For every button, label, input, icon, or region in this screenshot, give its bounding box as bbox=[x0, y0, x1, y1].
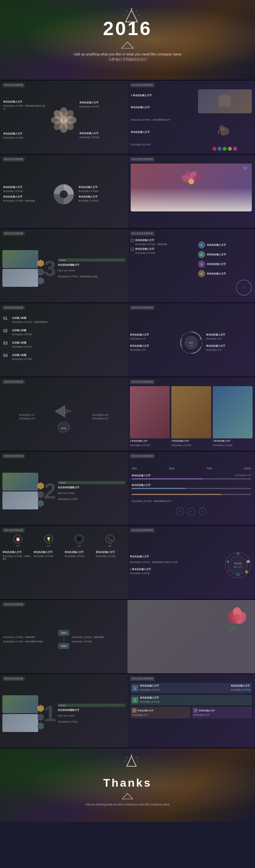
svg-marker-42 bbox=[37, 491, 44, 498]
list-item-2: 单击此处输入文字 bbox=[131, 106, 196, 109]
pie-title-2: 单击此处输入文字 bbox=[3, 195, 49, 199]
slide-label-10: 请点击此处添加标题 bbox=[130, 380, 155, 384]
slide-label-9: 请在此处添加标题 bbox=[2, 380, 25, 384]
svg-point-60 bbox=[229, 626, 237, 632]
slide-label-18: 请点击此处添加标题 bbox=[130, 677, 155, 681]
svg-text:🌐: 🌐 bbox=[236, 572, 240, 576]
svg-point-3 bbox=[138, 15, 139, 16]
svg-text:⚙: ⚙ bbox=[226, 560, 229, 564]
slide-numlist: 请在此处添加标题 01 点击输入标题 单击此处输入文字内容，请根据需要修改 02… bbox=[0, 303, 128, 377]
slide-label-7: 请在此处添加标题 bbox=[2, 306, 25, 310]
list-title: 1.单击此处输入文字 bbox=[131, 94, 196, 97]
svg-text:💬: 💬 bbox=[246, 560, 250, 564]
pie-text-1: 单击此处输入文字内容 bbox=[3, 190, 49, 193]
checkbox-1: ✓ bbox=[131, 239, 134, 242]
slide-label-11: 请在此处添加标题 bbox=[2, 454, 25, 458]
slide-label-3: 请在此处添加标题 bbox=[2, 157, 25, 162]
svg-marker-32 bbox=[37, 268, 44, 276]
slide-icons: 请在此处添加标题 ⏰ 时钟 💡 灯泡 ⚙ 设置 bbox=[0, 526, 128, 599]
thanks-title: Thanks bbox=[103, 777, 152, 789]
svg-text:✉: ✉ bbox=[236, 552, 239, 556]
pie-text-4: 单击此处输入文字内容 bbox=[78, 199, 125, 202]
thanks-subtitle: Add up anything what you like or what yo… bbox=[86, 803, 170, 806]
slide-label-8: 请点击此处添加标题 bbox=[130, 306, 155, 310]
phone-icon: 📞 bbox=[106, 535, 114, 543]
svg-rect-19 bbox=[220, 95, 230, 105]
svg-text:徐先: 徐先 bbox=[189, 341, 193, 344]
add-title: 在此添加标题数文字 bbox=[58, 263, 125, 267]
slide-number3: 请在此处添加标题 bbox=[0, 229, 128, 302]
svg-point-69 bbox=[125, 761, 126, 762]
list-item-3: 单击此处输入文字 bbox=[131, 130, 196, 134]
svg-marker-41 bbox=[37, 482, 44, 489]
pie-text-3: 单击此处输入文字内容 bbox=[78, 190, 125, 193]
row-9: 请在此处添加标题 1 bbox=[0, 674, 255, 748]
svg-point-5 bbox=[124, 15, 125, 16]
svg-point-21 bbox=[219, 125, 225, 131]
slide-pie: 请在此处添加标题 单击此处输入文字 单击此处输入文字内容 单击此处输入文字 单击… bbox=[0, 155, 128, 228]
svg-text:输入文字: 输入文字 bbox=[234, 566, 242, 568]
svg-marker-40 bbox=[64, 408, 73, 414]
gear-icon: ⚙ bbox=[75, 535, 84, 543]
text-title-4: 单击此处输入文字 bbox=[79, 132, 124, 135]
slide-label-15: 请在此处添加标题 bbox=[2, 602, 25, 607]
slide-photos: 请点击此处添加标题 1.单击此处输入文字 单击此处输入文字内容 1.单击此处输入… bbox=[128, 377, 255, 451]
svg-marker-39 bbox=[55, 405, 65, 417]
big-number-3: 3 bbox=[44, 258, 56, 280]
slide-number2: 请在此处添加标题 2 bbox=[0, 452, 128, 525]
svg-rect-23 bbox=[223, 133, 224, 136]
svg-point-58 bbox=[234, 614, 240, 620]
num-item-01: 01 点击输入标题 单击此处输入文字内容，请根据需要修改 bbox=[3, 316, 124, 324]
row-8: 请在此处添加标题 单击此处输入文字内容，请根据需要 单击此处输入文字内容，请根据… bbox=[0, 600, 255, 673]
svg-text:文文: 文文 bbox=[61, 119, 67, 122]
svg-point-30 bbox=[188, 179, 194, 184]
hero-year: 2016 bbox=[103, 18, 152, 39]
slide-cycle: 请点击此处添加标题 单击此处输入文字 单击此处输入文字 单击此处输入文字 单击此… bbox=[128, 303, 255, 377]
svg-point-68 bbox=[126, 757, 127, 758]
slide-progress: 请点击此处添加标题 25% 50% 75% 100% 单击此处输入文字 单击此处… bbox=[128, 452, 255, 525]
svg-marker-43 bbox=[37, 500, 44, 507]
slide-flower: 请在此处添加标题 单击此处输入文字 单击此处输入文字内容，请根据您的需要自行修改… bbox=[0, 81, 128, 154]
row-5: 请在此处添加标题 单击此处输入文字 单击此处输入文字 text bbox=[0, 377, 255, 451]
big-number-2: 2 bbox=[44, 480, 56, 502]
svg-text:单击此处: 单击此处 bbox=[234, 562, 242, 564]
num-item-02: 02 点击输入标题 单击此处输入文字内容 bbox=[3, 329, 124, 337]
row-7: 请在此处添加标题 ⏰ 时钟 💡 灯泡 ⚙ 设置 bbox=[0, 526, 255, 599]
slide-label-6: 请点击此处添加标题 bbox=[130, 231, 155, 236]
slide-numbered-boxes: 请点击此处添加标题 1 单击此处输入文字 单击此处输入文字内容 单击此处输入文字… bbox=[128, 674, 255, 748]
svg-marker-31 bbox=[37, 260, 44, 267]
svg-marker-63 bbox=[37, 722, 44, 730]
row-2: 请在此处添加标题 单击此处输入文字 单击此处输入文字内容 单击此处输入文字 单击… bbox=[0, 155, 255, 228]
bulb-icon: 💡 bbox=[44, 535, 53, 543]
text-title-2: 单击此处输入文字 bbox=[3, 132, 48, 136]
svg-point-67 bbox=[137, 761, 138, 762]
svg-marker-61 bbox=[37, 705, 44, 712]
row-1: 请在此处添加标题 单击此处输入文字 单击此处输入文字内容，请根据您的需要自行修改… bbox=[0, 81, 255, 154]
svg-point-66 bbox=[136, 757, 137, 758]
content-body: 单击此处输入文字内容，请根据需要自行修改 bbox=[58, 275, 125, 278]
pie-text-2: 单击此处输入文字内容，请根据需要 bbox=[3, 199, 49, 202]
pie-title-4: 单击此处输入文字 bbox=[78, 195, 125, 199]
slide-circle: 请点击此处添加标题 单击此处输入文字 单击此处输入文字内容，请根据需要自行修改文… bbox=[128, 526, 255, 599]
slide-label-1: 请在此处添加标题 bbox=[2, 83, 25, 87]
list-body-2: 单击此处输入文字内容 bbox=[131, 143, 196, 146]
text-body-3: 单击此处输入文字内容 bbox=[79, 105, 124, 108]
svg-marker-70 bbox=[122, 793, 133, 799]
text-body-2: 单击此处输入文字内容 bbox=[3, 136, 48, 139]
checkbox-2: ✓ bbox=[131, 248, 134, 251]
row-6: 请在此处添加标题 2 bbox=[0, 452, 255, 525]
big-number-1: 1 bbox=[44, 703, 56, 725]
row-4: 请在此处添加标题 01 点击输入标题 单击此处输入文字内容，请根据需要修改 02… bbox=[0, 303, 255, 377]
pie-title-3: 单击此处输入文字 bbox=[78, 185, 125, 189]
slide-book-flower: 请点击此处添加标题 🐦 bbox=[128, 155, 255, 228]
slide-book: 请点击此处添加标题 1.单击此处输入文字 单击此处输入文字 单击此处输入文字内容… bbox=[128, 81, 255, 154]
slide-number1: 请在此处添加标题 1 bbox=[0, 674, 128, 748]
svg-point-25 bbox=[60, 190, 68, 198]
slide-bubbles: 请在此处添加标题 单击此处输入文字内容，请根据需要 单击此处输入文字内容，请根据… bbox=[0, 600, 128, 673]
num-item-03: 03 点击输入标题 单击此处输入文字内容 bbox=[3, 341, 124, 349]
svg-text:📱: 📱 bbox=[227, 570, 231, 574]
slide-label-14: 请点击此处添加标题 bbox=[130, 528, 155, 533]
svg-rect-22 bbox=[221, 133, 222, 136]
slide-label-5: 请在此处添加标题 bbox=[2, 231, 25, 236]
svg-marker-62 bbox=[37, 714, 44, 721]
